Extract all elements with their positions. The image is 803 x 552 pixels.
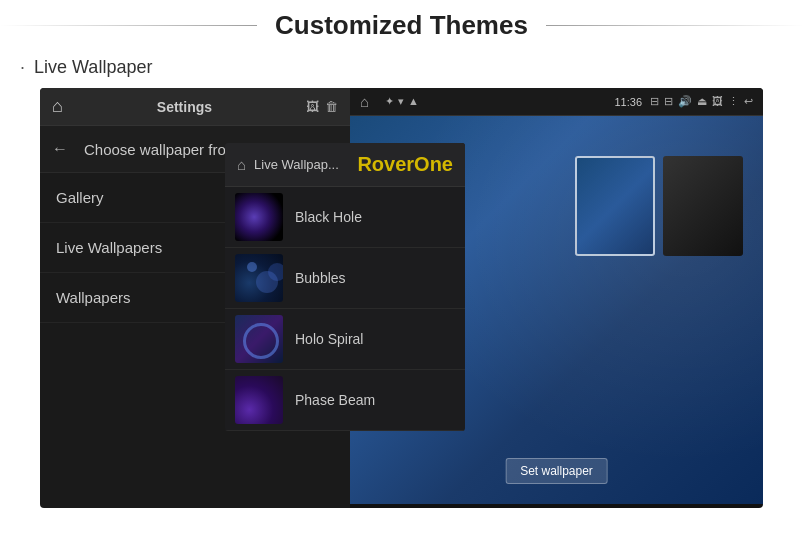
- live-wallpaper-panel: ⌂ Live Wallpap... RoverOne Black Hole Bu…: [225, 143, 465, 431]
- settings-home-icon: ⌂: [52, 96, 63, 117]
- screenshot-container: ⌂ Settings 🖼 🗑 ← Choose wallpaper from G…: [40, 88, 763, 508]
- preview-thumb-selected[interactable]: [575, 156, 655, 256]
- wallpaper-thumb-holo-spiral: [235, 315, 283, 363]
- preview-image-icon: 🖼: [712, 95, 723, 108]
- wallpaper-name-phase-beam: Phase Beam: [295, 392, 375, 408]
- set-wallpaper-button[interactable]: Set wallpaper: [505, 458, 608, 484]
- live-wallpaper-header-text: Live Wallpap...: [254, 157, 339, 172]
- roverone-brand: RoverOne: [357, 153, 453, 176]
- wallpaper-thumb-phase-beam: [235, 376, 283, 424]
- image-icon: 🖼: [306, 99, 319, 114]
- wifi-icon: ▾: [398, 95, 404, 108]
- wallpaper-item-black-hole[interactable]: Black Hole: [225, 187, 465, 248]
- page-title: Customized Themes: [257, 10, 546, 41]
- preview-home-icon: ⌂: [360, 93, 369, 110]
- settings-topbar-icons: 🖼 🗑: [306, 99, 338, 114]
- subtitle-text: Live Wallpaper: [34, 57, 152, 77]
- wallpaper-item-phase-beam[interactable]: Phase Beam: [225, 370, 465, 431]
- section-subtitle: · Live Wallpaper: [0, 49, 803, 88]
- preview-thumb-2[interactable]: [663, 156, 743, 256]
- signal-icon: ▲: [408, 95, 419, 108]
- bullet-icon: ·: [20, 57, 25, 77]
- preview-icon-1: ⊟: [650, 95, 659, 108]
- live-wallpaper-header: ⌂ Live Wallpap... RoverOne: [225, 143, 465, 187]
- preview-right-icons: ⊟ ⊟ 🔊 ⏏ 🖼 ⋮ ↩: [650, 95, 753, 108]
- live-wallpaper-home-icon: ⌂: [237, 156, 246, 173]
- preview-status-icons: ✦ ▾ ▲: [385, 95, 419, 108]
- preview-volume-icon: 🔊: [678, 95, 692, 108]
- preview-topbar: ⌂ ✦ ▾ ▲ 11:36 ⊟ ⊟ 🔊 ⏏ 🖼 ⋮ ↩: [350, 88, 763, 116]
- bluetooth-icon: ✦: [385, 95, 394, 108]
- wallpaper-name-black-hole: Black Hole: [295, 209, 362, 225]
- wallpaper-thumb-bubbles: [235, 254, 283, 302]
- wallpaper-name-holo-spiral: Holo Spiral: [295, 331, 363, 347]
- preview-back-icon: ↩: [744, 95, 753, 108]
- wallpaper-item-bubbles[interactable]: Bubbles: [225, 248, 465, 309]
- preview-time: 11:36: [614, 96, 642, 108]
- preview-eject-icon: ⏏: [697, 95, 707, 108]
- preview-more-icon: ⋮: [728, 95, 739, 108]
- wallpaper-name-bubbles: Bubbles: [295, 270, 346, 286]
- preview-icon-2: ⊟: [664, 95, 673, 108]
- back-arrow-icon: ←: [52, 140, 68, 158]
- wallpaper-item-holo-spiral[interactable]: Holo Spiral: [225, 309, 465, 370]
- trash-icon: 🗑: [325, 99, 338, 114]
- wallpaper-thumb-black-hole: [235, 193, 283, 241]
- settings-topbar: ⌂ Settings 🖼 🗑: [40, 88, 350, 126]
- page-header: Customized Themes: [0, 0, 803, 49]
- settings-title-label: Settings: [75, 99, 294, 115]
- choose-wallpaper-label: Choose wallpaper from: [84, 141, 238, 158]
- wallpaper-thumbnails-row: [575, 156, 743, 256]
